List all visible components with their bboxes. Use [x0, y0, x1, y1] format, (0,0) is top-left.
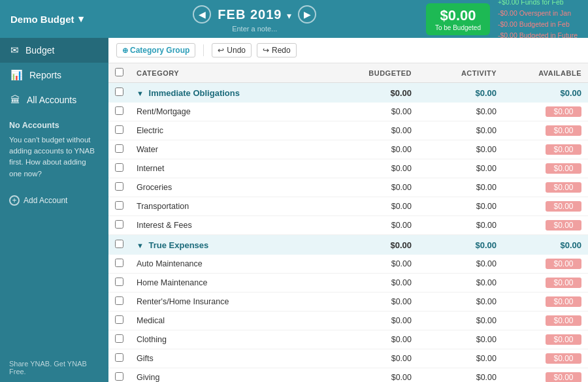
row-checkbox-1-0[interactable] [115, 259, 123, 267]
available-badge: $0.00 [546, 106, 581, 117]
budget-table-container[interactable]: CATEGORY BUDGETED ACTIVITY AVAILABLE [108, 63, 588, 382]
header-checkbox [108, 63, 130, 83]
table-row: Renter's/Home Insurance $0.00 $0.00 $0.0… [108, 293, 588, 311]
row-checkbox-1-6[interactable] [115, 372, 123, 381]
row-budgeted: $0.00 [333, 349, 418, 368]
header-available: AVAILABLE [503, 63, 588, 83]
table-row: Gifts $0.00 $0.00 $0.00 [108, 349, 588, 368]
row-activity: $0.00 [418, 216, 503, 235]
current-month: FEB 2019 ▾ [218, 7, 291, 22]
available-badge: $0.00 [546, 220, 581, 231]
group-header-true-expenses[interactable]: ▼ True Expenses $0.00 $0.00 $0.00 [108, 235, 588, 255]
row-category-name: Electric [130, 121, 333, 140]
row-checkbox-0-3[interactable] [115, 163, 123, 172]
row-checkbox-cell [108, 178, 130, 197]
row-activity: $0.00 [418, 311, 503, 330]
row-checkbox-1-4[interactable] [115, 334, 123, 343]
row-checkbox-0-5[interactable] [115, 201, 123, 210]
prev-month-button[interactable]: ◀ [193, 5, 211, 24]
header-budgeted: BUDGETED [333, 63, 418, 83]
table-row: Home Maintenance $0.00 $0.00 $0.00 [108, 274, 588, 293]
group-name-true-expenses[interactable]: ▼ True Expenses [130, 235, 333, 255]
row-category-name: Gifts [130, 349, 333, 368]
row-checkbox-0-6[interactable] [115, 220, 123, 229]
next-month-button[interactable]: ▶ [298, 5, 316, 24]
no-accounts-title: No Accounts [9, 119, 99, 132]
row-activity: $0.00 [418, 121, 503, 140]
row-checkbox-1-1[interactable] [115, 278, 123, 286]
expand-arrow-true-expenses: ▼ [137, 242, 144, 249]
row-available: $0.00 [503, 178, 588, 197]
sidebar-item-budget[interactable]: ✉ Budget [0, 38, 108, 63]
row-checkbox-1-3[interactable] [115, 315, 123, 324]
redo-button[interactable]: ↪ Redo [257, 43, 297, 57]
table-row: Interest & Fees $0.00 $0.00 $0.00 [108, 216, 588, 235]
month-label: FEB 2019 [218, 7, 282, 22]
header-activity: ACTIVITY [418, 63, 503, 83]
row-checkbox-1-5[interactable] [115, 353, 123, 362]
row-category-name: Home Maintenance [130, 274, 333, 293]
row-checkbox-cell [108, 121, 130, 140]
group-available-true-expenses: $0.00 [503, 235, 588, 255]
available-badge: $0.00 [546, 201, 581, 212]
row-available: $0.00 [503, 293, 588, 311]
content-area: ⊕ Category Group ↩ Undo ↪ Redo [108, 38, 588, 382]
share-footer[interactable]: Share YNAB. Get YNAB Free. [0, 353, 108, 382]
row-category-name: Interest & Fees [130, 216, 333, 235]
group-name-immediate-obligations[interactable]: ▼ Immediate Obligations [130, 83, 333, 103]
sidebar-item-all-accounts[interactable]: 🏛 All Accounts [0, 88, 108, 112]
sidebar-item-reports[interactable]: 📊 Reports [0, 63, 108, 88]
row-checkbox-1-2[interactable] [115, 296, 123, 305]
row-activity: $0.00 [418, 368, 503, 383]
row-checkbox-0-1[interactable] [115, 125, 123, 134]
group-checkbox-immediate-obligations[interactable] [115, 88, 123, 96]
available-badge: $0.00 [546, 334, 581, 345]
toolbar-separator [203, 44, 204, 56]
add-account-button[interactable]: + Add Account [0, 190, 108, 211]
row-category-name: Giving [130, 368, 333, 383]
expand-arrow-immediate-obligations: ▼ [137, 89, 144, 97]
no-accounts-section: No Accounts You can't budget without add… [0, 112, 108, 187]
note-field[interactable]: Enter a note... [232, 25, 277, 33]
row-activity: $0.00 [418, 349, 503, 368]
group-activity-true-expenses: $0.00 [418, 235, 503, 255]
group-budgeted-immediate-obligations: $0.00 [333, 83, 418, 103]
group-budgeted-true-expenses: $0.00 [333, 235, 418, 255]
table-row: Rent/Mortgage $0.00 $0.00 $0.00 [108, 103, 588, 121]
undo-label: Undo [227, 46, 246, 55]
select-all-checkbox[interactable] [115, 68, 123, 76]
row-checkbox-cell [108, 274, 130, 293]
row-budgeted: $0.00 [333, 368, 418, 383]
row-checkbox-0-4[interactable] [115, 182, 123, 191]
undo-icon: ↩ [218, 46, 224, 55]
row-available: $0.00 [503, 311, 588, 330]
row-checkbox-0-2[interactable] [115, 144, 123, 153]
row-category-name: Auto Maintenance [130, 255, 333, 274]
budget-info: +$0.00 Funds for Feb -$0.00 Overspent in… [498, 0, 578, 41]
row-activity: $0.00 [418, 255, 503, 274]
group-checkbox-true-expenses[interactable] [115, 240, 123, 248]
group-header-immediate-obligations[interactable]: ▼ Immediate Obligations $0.00 $0.00 $0.0… [108, 83, 588, 103]
row-checkbox-cell [108, 255, 130, 274]
info-line3: -$0.00 Budgeted in Feb [498, 19, 578, 30]
available-badge: $0.00 [546, 296, 581, 307]
available-badge: $0.00 [546, 372, 581, 382]
app-title-area[interactable]: Demo Budget ▾ [10, 13, 84, 25]
row-available: $0.00 [503, 349, 588, 368]
row-checkbox-cell [108, 197, 130, 216]
row-available: $0.00 [503, 140, 588, 159]
row-category-name: Groceries [130, 178, 333, 197]
sidebar-label-reports: Reports [29, 70, 61, 80]
add-icon: + [9, 195, 20, 206]
row-budgeted: $0.00 [333, 103, 418, 121]
month-arrow: ▾ [287, 10, 291, 21]
category-group-button[interactable]: ⊕ Category Group [116, 43, 195, 57]
row-checkbox-0-0[interactable] [115, 106, 123, 115]
to-budget-amount: $0.00 [435, 7, 481, 24]
accounts-icon: 🏛 [10, 94, 20, 105]
undo-button[interactable]: ↩ Undo [212, 43, 252, 57]
available-badge: $0.00 [546, 259, 581, 269]
row-available: $0.00 [503, 330, 588, 349]
row-checkbox-cell [108, 349, 130, 368]
row-available: $0.00 [503, 121, 588, 140]
